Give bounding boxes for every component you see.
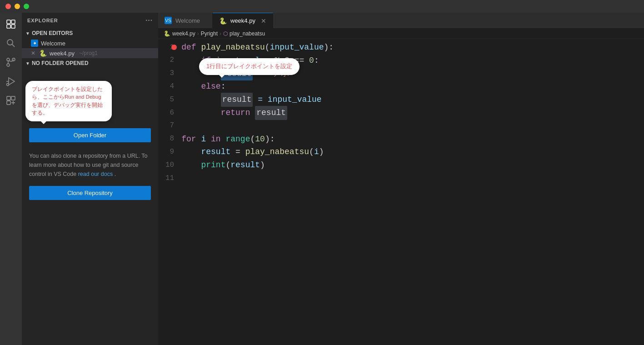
line-num-10: 10 bbox=[165, 159, 174, 172]
main-layout: EXPLORER ··· ▼ OPEN EDITORS ✦ Welcome ✕ … bbox=[0, 13, 644, 345]
clone-repository-button[interactable]: Clone Repository bbox=[29, 186, 151, 200]
week4py-path: ~/prog1 bbox=[79, 50, 98, 56]
close-week4py[interactable]: ✕ bbox=[31, 50, 35, 56]
traffic-light-green[interactable] bbox=[24, 4, 29, 9]
breadcrumb-file[interactable]: week4.py bbox=[172, 30, 195, 37]
open-folder-button[interactable]: Open Folder bbox=[29, 128, 151, 142]
breadcrumb-pyright[interactable]: Pyright bbox=[201, 30, 218, 37]
op-call-close-9: ) bbox=[319, 145, 324, 159]
svg-rect-3 bbox=[11, 25, 15, 28]
title-bar bbox=[0, 0, 644, 13]
svg-point-7 bbox=[7, 58, 10, 61]
sidebar-tooltip-bubble: ブレイクポイントを設定したら、ここからRun and Debug を選び、デバッ… bbox=[25, 81, 112, 121]
line-numbers: 1 2 3 4 5 6 7 8 9 10 11 bbox=[158, 39, 181, 345]
kw-def: def bbox=[181, 41, 201, 54]
breadcrumb-function[interactable]: play_nabeatsu bbox=[230, 30, 265, 37]
svg-rect-13 bbox=[11, 96, 15, 100]
traffic-light-red[interactable] bbox=[5, 4, 11, 9]
svg-rect-12 bbox=[7, 96, 10, 100]
var-result-5: result bbox=[221, 93, 253, 107]
open-editors-section[interactable]: ▼ OPEN EDITORS bbox=[22, 28, 158, 38]
line-num-9: 9 bbox=[165, 145, 174, 159]
no-folder-section-wrapper: ▼ NO FOLDER OPENED ブレイクポイントを設定したら、ここからRu… bbox=[22, 58, 158, 200]
editor-area: VS Welcome 🐍 week4.py ✕ 🐍 week4.py › Pyr… bbox=[158, 13, 644, 345]
sidebar-header: EXPLORER ··· bbox=[22, 13, 158, 28]
code-line-11 bbox=[181, 172, 644, 185]
code-line-4: else: bbox=[181, 80, 644, 93]
param-input-value: input_value bbox=[270, 41, 324, 54]
sidebar-body: ▼ OPEN EDITORS ✦ Welcome ✕ 🐍 week4.py ~/… bbox=[22, 28, 158, 345]
indent-6 bbox=[181, 106, 220, 120]
tab-week4py[interactable]: 🐍 week4.py ✕ bbox=[213, 13, 273, 28]
op-paren-close-colon: ): bbox=[324, 41, 334, 54]
breadcrumb: 🐍 week4.py › Pyright › ⬡ play_nabeatsu bbox=[158, 29, 644, 39]
activity-bar bbox=[0, 13, 22, 345]
op-print-close: ) bbox=[260, 159, 265, 172]
sidebar-title: EXPLORER bbox=[27, 18, 58, 23]
no-folder-section[interactable]: ▼ NO FOLDER OPENED bbox=[22, 58, 158, 68]
search-icon[interactable] bbox=[3, 35, 19, 51]
breadcrumb-icon: 🐍 bbox=[164, 30, 170, 37]
var-result-10: result bbox=[230, 159, 260, 172]
welcome-tab-label: Welcome bbox=[41, 40, 65, 47]
extensions-icon[interactable] bbox=[3, 93, 19, 108]
open-editors-label: OPEN EDITORS bbox=[32, 30, 73, 36]
fn-play-nabeatsu-9: play_nabeatsu bbox=[245, 145, 309, 159]
traffic-light-yellow[interactable] bbox=[15, 4, 20, 9]
code-wrapper: 1行目にブレイクポイントを設定 1 2 3 4 5 6 7 8 9 10 11 bbox=[158, 39, 644, 345]
line-num-5: 5 bbox=[165, 93, 174, 106]
explorer-icon[interactable] bbox=[3, 16, 19, 32]
python-icon: 🐍 bbox=[39, 50, 47, 57]
sidebar: EXPLORER ··· ▼ OPEN EDITORS ✦ Welcome ✕ … bbox=[22, 13, 158, 345]
line-num-11: 11 bbox=[165, 172, 174, 185]
op-range-close-colon: ): bbox=[265, 133, 275, 146]
indent-4 bbox=[181, 80, 201, 93]
line1-tooltip-text: 1行目にブレイクポイントを設定 bbox=[206, 63, 292, 70]
tab-week4py-icon: 🐍 bbox=[219, 17, 227, 25]
indent-10 bbox=[181, 159, 201, 172]
fn-play-nabeatsu: play_nabeatsu bbox=[201, 41, 265, 54]
tab-welcome[interactable]: VS Welcome bbox=[158, 13, 213, 28]
editor-item-welcome[interactable]: ✦ Welcome bbox=[22, 38, 158, 48]
sidebar-tooltip-text: ブレイクポイントを設定したら、ここからRun and Debug を選び、デバッ… bbox=[32, 86, 103, 115]
op-eq-input-5: = input_value bbox=[253, 93, 321, 106]
line-num-2: 2 bbox=[165, 54, 174, 67]
var-i: i bbox=[201, 133, 206, 146]
source-control-icon[interactable] bbox=[3, 55, 19, 70]
svg-point-4 bbox=[7, 40, 13, 45]
code-line-1: def play_nabeatsu(input_value): bbox=[181, 41, 644, 54]
sidebar-more-options[interactable]: ··· bbox=[145, 16, 153, 25]
op-colon-2: : bbox=[314, 54, 319, 67]
line1-tooltip-bubble: 1行目にブレイクポイントを設定 bbox=[199, 58, 300, 75]
kw-for: for bbox=[181, 133, 201, 146]
svg-rect-14 bbox=[7, 101, 10, 105]
code-editor[interactable]: 1行目にブレイクポイントを設定 1 2 3 4 5 6 7 8 9 10 11 bbox=[158, 39, 644, 345]
no-folder-label: NO FOLDER OPENED bbox=[32, 60, 89, 66]
editor-item-week4py[interactable]: ✕ 🐍 week4.py ~/prog1 bbox=[22, 48, 158, 58]
svg-rect-0 bbox=[7, 20, 10, 24]
run-debug-icon[interactable] bbox=[3, 74, 19, 89]
num-10: 10 bbox=[255, 133, 265, 146]
tab-week4py-close[interactable]: ✕ bbox=[261, 17, 266, 25]
code-content[interactable]: def play_nabeatsu(input_value): if input… bbox=[181, 39, 644, 345]
tab-welcome-icon: VS bbox=[165, 17, 172, 24]
breadcrumb-sep2: › bbox=[220, 30, 221, 37]
vscode-icon: ✦ bbox=[31, 40, 38, 47]
indent-5 bbox=[181, 93, 220, 106]
breadcrumb-function-icon: ⬡ bbox=[223, 30, 228, 37]
svg-point-6 bbox=[7, 64, 10, 66]
line-num-4: 4 bbox=[165, 80, 174, 93]
builtin-range: range bbox=[225, 133, 250, 146]
op-eq-9: = bbox=[230, 145, 245, 159]
read-docs-link[interactable]: read our docs bbox=[78, 171, 113, 177]
line-num-7: 7 bbox=[165, 120, 174, 133]
op-range-open: ( bbox=[250, 133, 255, 146]
clone-desc-end: . bbox=[115, 171, 116, 177]
builtin-print: print bbox=[201, 159, 225, 172]
kw-return: return bbox=[221, 106, 255, 120]
tab-welcome-label: Welcome bbox=[175, 17, 200, 24]
kw-in: in bbox=[206, 133, 225, 146]
tab-bar: VS Welcome 🐍 week4.py ✕ bbox=[158, 13, 644, 29]
op-call-open-9: ( bbox=[309, 145, 314, 159]
var-result-9: result bbox=[201, 145, 230, 159]
